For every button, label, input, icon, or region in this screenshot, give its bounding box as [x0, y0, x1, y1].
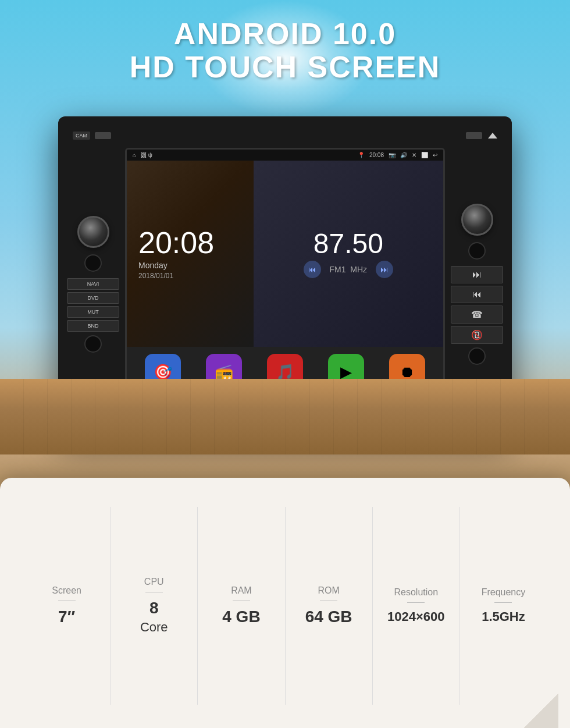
spec-ram: RAM 4 GB — [198, 507, 285, 705]
call-button[interactable]: ☎ — [451, 306, 503, 324]
camera-status-icon: 📷 — [389, 152, 396, 158]
status-bar-right: 📍 20:08 📷 🔊 ✕ ⬜ ↩ — [358, 152, 437, 158]
skip-forward-button[interactable]: ⏭ — [451, 266, 503, 283]
right-hole-top — [468, 242, 486, 260]
end-call-button[interactable]: 📵 — [451, 326, 503, 344]
left-knob[interactable] — [77, 216, 109, 248]
spec-frequency: Frequency 1.5GHz — [460, 507, 547, 705]
top-bar-button-right[interactable] — [466, 132, 482, 139]
spec-resolution-label: Resolution — [394, 587, 438, 598]
clock-day: Monday — [138, 261, 242, 270]
clock-date: 2018/01/01 — [138, 272, 242, 280]
spec-ram-label: RAM — [231, 585, 252, 596]
spec-screen-label: Screen — [52, 585, 81, 596]
spec-frequency-label: Frequency — [482, 587, 526, 598]
title-line2: HD TOUCH SCREEN — [0, 51, 570, 84]
skip-back-button[interactable]: ⏮ — [451, 286, 503, 303]
right-knob[interactable] — [461, 204, 493, 236]
spec-cpu: CPU 8Core — [111, 507, 198, 705]
clock-panel: 20:08 Monday 2018/01/01 — [127, 161, 254, 347]
radio-band-row: ⏮ FM1 MHz ⏭ — [304, 261, 394, 278]
side-panel-right: ⏭ ⏮ ☎ 📵 — [451, 204, 503, 365]
cam-label: CAM — [73, 132, 90, 140]
unit-top-bar: CAM — [67, 128, 503, 143]
spec-frequency-value: 1.5GHz — [482, 610, 525, 624]
navi-button[interactable]: NAVI — [67, 278, 119, 290]
spec-ram-divider — [233, 601, 250, 601]
back-icon[interactable]: ↩ — [433, 152, 437, 158]
mut-button[interactable]: MUT — [67, 306, 119, 318]
screen-content: 20:08 Monday 2018/01/01 87.50 ⏮ FM1 MHz — [127, 161, 443, 347]
specs-section: Screen 7″ CPU 8Core RAM 4 GB ROM 64 GB R — [0, 478, 570, 728]
spec-screen-divider — [58, 601, 76, 601]
spec-cpu-label: CPU — [144, 577, 164, 587]
spec-resolution: Resolution 1024×600 — [373, 507, 460, 705]
spec-cpu-value: 8Core — [140, 599, 168, 635]
spec-rom-value: 64 GB — [305, 608, 352, 626]
spec-screen-value: 7″ — [58, 608, 75, 626]
right-hole-bottom — [468, 347, 486, 365]
home-icon[interactable]: ⌂ — [133, 152, 136, 158]
top-bar-button[interactable] — [95, 132, 111, 139]
radio-next-button[interactable]: ⏭ — [376, 261, 393, 278]
top-bar-left: CAM — [73, 132, 111, 140]
spec-cpu-divider — [145, 592, 163, 592]
spec-rom-label: ROM — [318, 585, 339, 596]
wood-surface — [0, 379, 570, 454]
spec-rom: ROM 64 GB — [286, 507, 373, 705]
title-line1: ANDROID 10.0 — [0, 17, 570, 51]
radio-prev-button[interactable]: ⏮ — [304, 261, 321, 278]
location-icon: 📍 — [358, 152, 365, 158]
side-buttons-right: ⏭ ⏮ ☎ 📵 — [451, 266, 503, 344]
left-hole-top — [84, 254, 102, 272]
spec-ram-value: 4 GB — [222, 608, 260, 626]
volume-icon[interactable]: 🔊 — [400, 152, 407, 158]
dvd-button[interactable]: DVD — [67, 292, 119, 304]
close-icon[interactable]: ✕ — [412, 152, 416, 158]
image-icon: 🖼 ψ — [141, 152, 152, 158]
radio-panel: 87.50 ⏮ FM1 MHz ⏭ — [254, 161, 443, 347]
background: ANDROID 10.0 HD TOUCH SCREEN CAM — [0, 0, 570, 728]
spec-rom-divider — [320, 601, 337, 601]
radio-frequency: 87.50 — [314, 230, 383, 258]
eject-icon[interactable] — [488, 133, 497, 139]
spec-resolution-value: 1024×600 — [387, 610, 445, 624]
status-time: 20:08 — [369, 152, 384, 158]
wood-grain — [0, 379, 570, 454]
clock-time: 20:08 — [138, 228, 242, 258]
top-bar-right — [466, 132, 497, 139]
screen-icon[interactable]: ⬜ — [421, 152, 428, 158]
side-panel-left: NAVI DVD MUT BND — [67, 216, 119, 353]
status-bar-left: ⌂ 🖼 ψ — [133, 152, 152, 158]
spec-resolution-divider — [407, 602, 425, 603]
left-hole-bottom — [84, 335, 102, 353]
spec-screen: Screen 7″ — [23, 507, 111, 705]
side-buttons-left: NAVI DVD MUT BND — [67, 278, 119, 332]
spec-frequency-divider — [494, 602, 512, 603]
bnd-button[interactable]: BND — [67, 320, 119, 332]
specs-grid: Screen 7″ CPU 8Core RAM 4 GB ROM 64 GB R — [0, 478, 570, 728]
title-section: ANDROID 10.0 HD TOUCH SCREEN — [0, 17, 570, 84]
status-bar: ⌂ 🖼 ψ 📍 20:08 📷 🔊 ✕ ⬜ ↩ — [127, 150, 443, 161]
radio-band: FM1 MHz — [330, 265, 368, 274]
